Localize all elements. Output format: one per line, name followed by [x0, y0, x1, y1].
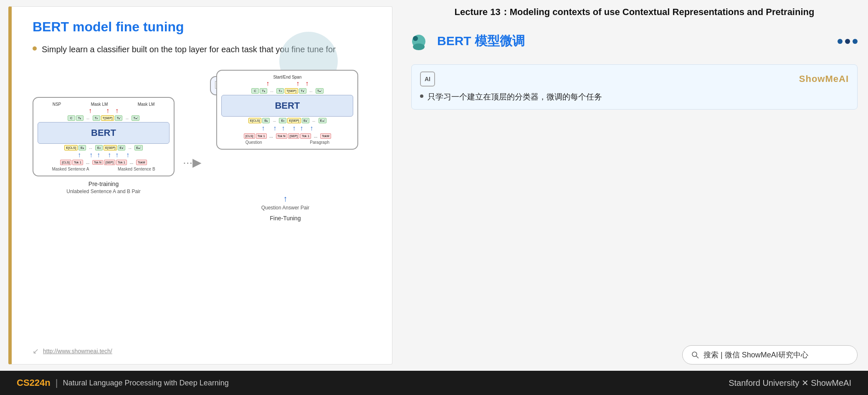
- qa-blue-arrow: ↑: [283, 194, 287, 204]
- ft-stack-container: MNLI NER SQuAD Start/End Span ↑: [210, 70, 360, 193]
- card-bullet-dot: [420, 94, 423, 98]
- search-text: 搜索 | 微信 ShowMeAI研究中心: [704, 350, 808, 360]
- svg-point-1: [413, 43, 425, 50]
- slide-title: BERT model fine tuning: [33, 19, 375, 35]
- input-arrows: ↑ ↑ ↑ ↑ ↑ ↑: [38, 152, 170, 158]
- lecture-title: Lecture 13：Modeling contexts of use Cont…: [411, 6, 858, 23]
- bert-icon: [411, 31, 432, 52]
- dot-nav: [838, 39, 858, 44]
- svg-line-4: [696, 356, 699, 359]
- bert-box-ft: BERT: [221, 95, 353, 117]
- ft-input-tokens: [CLS] Tok 1 … Tok N [SEP] Tok 1 … TokM: [221, 133, 353, 139]
- ft-top-arrows: ↑ ↑ ↑: [221, 80, 353, 87]
- finetuning-label: Fine-Tuning: [270, 215, 301, 222]
- finetuning-section: MNLI NER SQuAD Start/End Span ↑: [210, 70, 360, 222]
- bert-box-pretrain: BERT: [38, 122, 170, 144]
- bottom-left: CS224n | Natural Language Processing wit…: [17, 377, 229, 388]
- showmeai-card: AI ShowMeAI 只学习一个建立在顶层的分类器，微调的每个任务: [411, 64, 858, 110]
- pretraining-section: NSP Mask LM Mask LM ↑ ↑ ↑ C: [33, 97, 175, 194]
- top-token-row: C T₁ … Tₙ T[SEP] T₁' … Tₘ': [38, 115, 170, 121]
- top-labels: NSP Mask LM Mask LM: [38, 102, 170, 107]
- showmeai-brand: ShowMeAI: [799, 74, 849, 84]
- dot-nav-3: [853, 39, 858, 44]
- divider: |: [56, 377, 58, 388]
- svg-point-3: [692, 352, 697, 357]
- bullet-dot: [33, 46, 37, 51]
- bert-chinese-title: BERT 模型微调: [437, 33, 525, 50]
- pretraining-label: Pre-training: [89, 181, 119, 187]
- qa-pair-label: Question Answer Pair: [261, 205, 309, 211]
- slide-panel: BERT model fine tuning Simply learn a cl…: [8, 6, 392, 364]
- ft-up-arrows: ↑ ↑ ↑ ↑ ↑ ↑: [221, 125, 353, 132]
- ft-main-box: Start/End Span ↑ ↑ ↑ C T₁: [216, 70, 358, 150]
- ai-icon: AI: [420, 71, 435, 87]
- top-arrows: ↑ ↑ ↑: [38, 107, 170, 114]
- bert-diagram-area: NSP Mask LM Mask LM ↑ ↑ ↑ C: [33, 70, 375, 222]
- slide-footer: ↙ http://www.showmeai.tech/: [33, 342, 375, 356]
- pretraining-box: NSP Mask LM Mask LM ↑ ↑ ↑ C: [33, 97, 175, 176]
- search-icon: [691, 351, 699, 359]
- input-token-row: [CLS] Tok 1 … Tok N [SEP] Tok 1 … TokM: [38, 160, 170, 165]
- dots-connector: ···▶: [183, 122, 202, 169]
- sentence-labels: Masked Sentence A Masked Sentence B: [38, 167, 170, 171]
- card-bullet: 只学习一个建立在顶层的分类器，微调的每个任务: [420, 92, 849, 102]
- search-bar-container: 搜索 | 微信 ShowMeAI研究中心: [411, 345, 858, 364]
- bert-heading-row: BERT 模型微调: [411, 31, 858, 52]
- cs224n-label: CS224n: [17, 377, 51, 388]
- right-panel: Lecture 13：Modeling contexts of use Cont…: [401, 0, 868, 371]
- card-header: AI ShowMeAI: [420, 71, 849, 87]
- search-bar[interactable]: 搜索 | 微信 ShowMeAI研究中心: [682, 345, 858, 364]
- dot-nav-2: [845, 39, 850, 44]
- dot-nav-1: [838, 39, 843, 44]
- start-end-label: Start/End Span: [221, 75, 353, 79]
- ft-embed-row: E[CLS] E₁ … Eₙ E[SEP] E₁' … Eₘ': [221, 118, 353, 123]
- pretraining-sublabel: Unlabeled Sentence A and B Pair: [66, 189, 140, 194]
- bottom-right: Stanford University ✕ ShowMeAI: [729, 378, 851, 388]
- cursor-icon: ↙: [33, 347, 39, 356]
- ft-output-tokens: C T₁ … Tₙ T[SEP] T₁' … Tₘ': [221, 88, 353, 94]
- bottom-token-row: E[CLS] E₁ … Eₙ E[SEP] E₁' … Eₘ': [38, 145, 170, 150]
- footer-url[interactable]: http://www.showmeai.tech/: [43, 348, 112, 354]
- qa-labels: Question Paragraph: [221, 140, 353, 145]
- bottom-subtitle: Natural Language Processing with Deep Le…: [63, 379, 228, 387]
- bottom-bar: CS224n | Natural Language Processing wit…: [0, 371, 868, 395]
- svg-point-2: [413, 36, 418, 41]
